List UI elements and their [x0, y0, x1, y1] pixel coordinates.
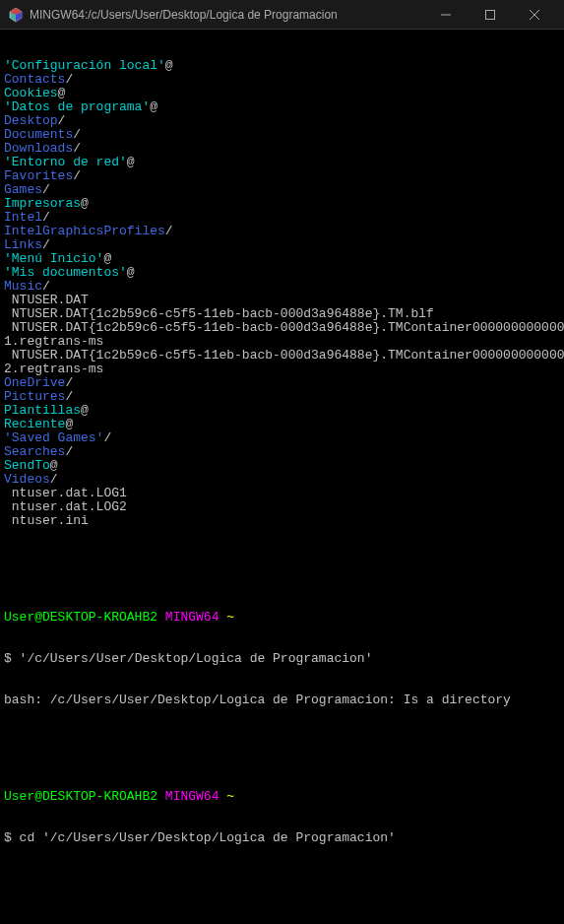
- list-item: NTUSER.DAT{1c2b59c6-c5f5-11eb-bacb-000d3…: [4, 307, 560, 321]
- list-item: 'Mis documentos'@: [4, 266, 560, 280]
- prompt-line: User@DESKTOP-KROAHB2 MINGW64 ~: [4, 611, 560, 625]
- window-title: MINGW64:/c/Users/User/Desktop/Logica de …: [30, 8, 423, 22]
- list-item: NTUSER.DAT{1c2b59c6-c5f5-11eb-bacb-000d3…: [4, 349, 560, 363]
- list-item: IntelGraphicsProfiles/: [4, 225, 560, 238]
- close-button[interactable]: [512, 0, 556, 30]
- list-item: Searches/: [4, 445, 560, 459]
- output-line: bash: /c/Users/User/Desktop/Logica de Pr…: [4, 693, 560, 707]
- list-item: Desktop/: [4, 114, 560, 128]
- minimize-button[interactable]: [423, 0, 468, 30]
- list-item: ntuser.dat.LOG2: [4, 500, 560, 514]
- list-item: 'Entorno de red'@: [4, 156, 560, 169]
- list-item: Downloads/: [4, 142, 560, 156]
- list-item: 2.regtrans-ms: [4, 363, 560, 376]
- blank-line: [4, 735, 560, 749]
- command-line: $ '/c/Users/User/Desktop/Logica de Progr…: [4, 652, 560, 666]
- list-item: Videos/: [4, 473, 560, 487]
- list-item: Reciente@: [4, 418, 560, 431]
- list-item: NTUSER.DAT: [4, 294, 560, 307]
- app-icon: [8, 7, 24, 23]
- maximize-button[interactable]: [468, 0, 512, 30]
- list-item: Music/: [4, 280, 560, 294]
- list-item: ntuser.ini: [4, 514, 560, 528]
- list-item: Documents/: [4, 128, 560, 142]
- list-item: Links/: [4, 238, 560, 252]
- prompt-line: User@DESKTOP-KROAHB2 MINGW64 ~: [4, 790, 560, 804]
- list-item: Pictures/: [4, 390, 560, 404]
- list-item: OneDrive/: [4, 376, 560, 390]
- command-line: $ cd '/c/Users/User/Desktop/Logica de Pr…: [4, 831, 560, 845]
- list-item: SendTo@: [4, 459, 560, 473]
- directory-listing: 'Configuración local'@Contacts/Cookies@'…: [4, 59, 560, 528]
- list-item: Cookies@: [4, 87, 560, 100]
- minimize-icon: [441, 10, 451, 20]
- list-item: Favorites/: [4, 169, 560, 183]
- blank-line: [4, 556, 560, 569]
- list-item: 'Menú Inicio'@: [4, 252, 560, 266]
- list-item: Contacts/: [4, 73, 560, 87]
- blank-line: [4, 873, 560, 887]
- titlebar: MINGW64:/c/Users/User/Desktop/Logica de …: [0, 0, 564, 30]
- list-item: 'Configuración local'@: [4, 59, 560, 73]
- list-item: 'Saved Games'/: [4, 431, 560, 445]
- list-item: Impresoras@: [4, 197, 560, 211]
- maximize-icon: [485, 10, 495, 20]
- window-controls: [423, 0, 556, 30]
- list-item: ntuser.dat.LOG1: [4, 487, 560, 500]
- list-item: NTUSER.DAT{1c2b59c6-c5f5-11eb-bacb-000d3…: [4, 321, 560, 335]
- close-icon: [530, 10, 539, 20]
- list-item: Games/: [4, 183, 560, 197]
- terminal-output[interactable]: 'Configuración local'@Contacts/Cookies@'…: [0, 30, 564, 924]
- list-item: Intel/: [4, 211, 560, 225]
- list-item: 1.regtrans-ms: [4, 335, 560, 349]
- list-item: Plantillas@: [4, 404, 560, 418]
- list-item: 'Datos de programa'@: [4, 100, 560, 114]
- svg-rect-4: [485, 10, 494, 19]
